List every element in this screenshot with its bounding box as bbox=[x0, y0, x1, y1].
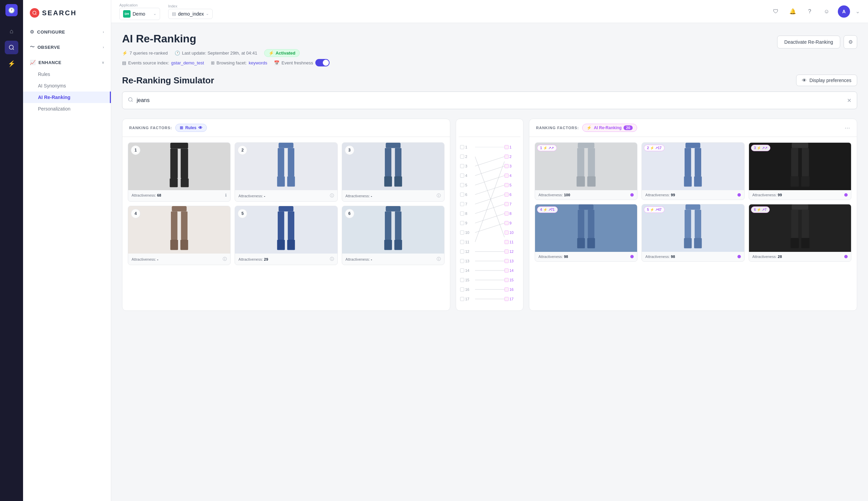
product-image-3 bbox=[342, 143, 444, 190]
conn-checkbox-left-9[interactable] bbox=[460, 221, 464, 225]
rules-tag[interactable]: ⊞ Rules 👁 bbox=[175, 124, 207, 132]
browsing-facet-link[interactable]: keywords bbox=[248, 60, 267, 65]
conn-checkbox-left-7[interactable] bbox=[460, 202, 464, 206]
conn-checkbox-left-3[interactable] bbox=[460, 164, 464, 168]
product-info-4: Attractiveness: - ⓘ bbox=[128, 254, 230, 265]
sidebar-item-rules[interactable]: Rules bbox=[23, 68, 111, 80]
conn-checkbox-left-5[interactable] bbox=[460, 183, 464, 187]
conn-num-right-4: 4 bbox=[510, 173, 512, 178]
conn-checkbox-left-8[interactable] bbox=[460, 212, 464, 216]
svg-rect-65 bbox=[579, 204, 594, 210]
observe-header[interactable]: 〜 OBSERVE › bbox=[23, 41, 111, 54]
info-icon-1[interactable]: ℹ bbox=[225, 193, 227, 198]
conn-checkbox-left-6[interactable] bbox=[460, 193, 464, 196]
topbar-chevron-icon[interactable]: ⌄ bbox=[856, 8, 860, 14]
svg-rect-5 bbox=[181, 149, 188, 179]
svg-rect-78 bbox=[790, 238, 799, 248]
search-clear-icon[interactable]: ✕ bbox=[847, 97, 851, 104]
info-icon-5[interactable]: ⓘ bbox=[330, 256, 334, 262]
bell-icon-btn[interactable]: 🔔 bbox=[787, 6, 798, 17]
conn-checkbox-right-11[interactable] bbox=[505, 240, 509, 244]
sidebar-item-ai-synonyms[interactable]: AI Synonyms bbox=[23, 80, 111, 92]
events-source-link[interactable]: gstar_demo_test bbox=[171, 60, 204, 65]
conn-checkbox-right-1[interactable] bbox=[505, 145, 509, 149]
more-options-icon[interactable]: ⋯ bbox=[845, 125, 850, 131]
event-freshness-toggle[interactable] bbox=[315, 59, 330, 66]
conn-checkbox-right-8[interactable] bbox=[505, 212, 509, 216]
conn-checkbox-left-4[interactable] bbox=[460, 173, 464, 178]
svg-rect-61 bbox=[791, 148, 798, 176]
svg-line-43 bbox=[475, 161, 505, 242]
sidebar-item-ai-reranking[interactable]: AI Re-Ranking bbox=[23, 92, 111, 103]
simulator-title: Re-Ranking Simulator bbox=[122, 75, 214, 86]
clock-meta-icon: 🕐 bbox=[174, 51, 180, 56]
deactivate-reranking-button[interactable]: Deactivate Re-Ranking bbox=[777, 35, 840, 49]
conn-checkbox-left-2[interactable] bbox=[460, 154, 464, 159]
search-input[interactable] bbox=[137, 97, 847, 103]
svg-rect-60 bbox=[792, 143, 808, 148]
conn-checkbox-right-12[interactable] bbox=[505, 249, 509, 254]
svg-rect-13 bbox=[385, 143, 400, 148]
svg-line-41 bbox=[475, 214, 505, 223]
filter-icon: ⊞ bbox=[211, 60, 215, 65]
conn-checkbox-left-12[interactable] bbox=[460, 249, 464, 254]
conn-checkbox-right-7[interactable] bbox=[505, 202, 509, 206]
application-chevron-icon: ⌄ bbox=[153, 11, 156, 16]
index-chevron-icon: ⌄ bbox=[206, 11, 209, 16]
svg-rect-59 bbox=[694, 176, 702, 187]
emoji-icon-btn[interactable]: ☺ bbox=[821, 6, 833, 17]
svg-rect-3 bbox=[170, 143, 188, 149]
info-icon-3[interactable]: ⓘ bbox=[437, 193, 441, 199]
info-icon-2[interactable]: ⓘ bbox=[330, 193, 334, 199]
conn-num-right-15: 15 bbox=[510, 278, 514, 282]
display-preferences-button[interactable]: 👁 Display preferences bbox=[796, 75, 857, 86]
conn-checkbox-right-3[interactable] bbox=[505, 164, 509, 168]
conn-checkbox-left-1[interactable] bbox=[460, 145, 464, 149]
sidebar-item-personalization[interactable]: Personalization bbox=[23, 103, 111, 115]
conn-num-left-10: 10 bbox=[465, 231, 469, 235]
conn-checkbox-right-17[interactable] bbox=[505, 297, 509, 301]
lightning-nav-icon[interactable]: ⚡ bbox=[5, 57, 18, 71]
conn-checkbox-right-2[interactable] bbox=[505, 154, 509, 159]
ai-reranking-tag[interactable]: ⚡ AI Re-Ranking 20 bbox=[582, 124, 637, 132]
index-dropdown[interactable]: ▤ demo_index ⌄ bbox=[168, 9, 213, 19]
info-icon-4[interactable]: ⓘ bbox=[223, 256, 227, 262]
conn-checkbox-left-10[interactable] bbox=[460, 231, 464, 235]
conn-checkbox-right-16[interactable] bbox=[505, 287, 509, 291]
conn-checkbox-right-15[interactable] bbox=[505, 278, 509, 282]
svg-line-35 bbox=[475, 157, 505, 166]
shield-icon-btn[interactable]: 🛡 bbox=[770, 6, 782, 17]
conn-checkbox-left-15[interactable] bbox=[460, 278, 464, 282]
app-logo[interactable]: 🕐 bbox=[6, 4, 18, 16]
conn-checkbox-left-14[interactable] bbox=[460, 268, 464, 273]
conn-num-right-12: 12 bbox=[510, 249, 514, 254]
conn-checkbox-right-14[interactable] bbox=[505, 268, 509, 273]
conn-checkbox-right-4[interactable] bbox=[505, 173, 509, 178]
conn-checkbox-right-5[interactable] bbox=[505, 183, 509, 187]
enhance-header[interactable]: 📈 ENHANCE ∨ bbox=[23, 56, 111, 68]
attractiveness-left-4: Attractiveness: - bbox=[131, 257, 158, 262]
conn-checkbox-right-13[interactable] bbox=[505, 259, 509, 263]
conn-checkbox-left-16[interactable] bbox=[460, 287, 464, 291]
svg-point-1 bbox=[33, 11, 36, 14]
topbar: Application DH Demo ⌄ Index ▤ demo_index… bbox=[111, 0, 868, 23]
svg-rect-12 bbox=[287, 176, 295, 187]
reranking-settings-button[interactable]: ⚙ bbox=[844, 35, 857, 49]
rules-panel-header: RANKING FACTORS: ⊞ Rules 👁 bbox=[123, 119, 450, 137]
events-icon: ▤ bbox=[122, 60, 126, 65]
search-nav-icon[interactable] bbox=[5, 41, 18, 54]
configure-header[interactable]: ⚙ CONFIGURE › bbox=[23, 26, 111, 38]
user-avatar[interactable]: A bbox=[838, 6, 850, 18]
conn-checkbox-right-9[interactable] bbox=[505, 221, 509, 225]
conn-checkbox-left-13[interactable] bbox=[460, 259, 464, 263]
left-product-1: 1 Attractiveness: 68 bbox=[128, 142, 231, 202]
conn-checkbox-right-6[interactable] bbox=[505, 193, 509, 196]
help-icon-btn[interactable]: ? bbox=[804, 6, 815, 17]
conn-checkbox-left-11[interactable] bbox=[460, 240, 464, 244]
conn-checkbox-right-10[interactable] bbox=[505, 231, 509, 235]
home-nav-icon[interactable]: ⌂ bbox=[5, 24, 18, 38]
application-dropdown[interactable]: DH Demo ⌄ bbox=[119, 8, 160, 20]
conn-checkbox-left-17[interactable] bbox=[460, 297, 464, 301]
dot-indicator-4 bbox=[630, 255, 634, 258]
info-icon-6[interactable]: ⓘ bbox=[437, 256, 441, 262]
